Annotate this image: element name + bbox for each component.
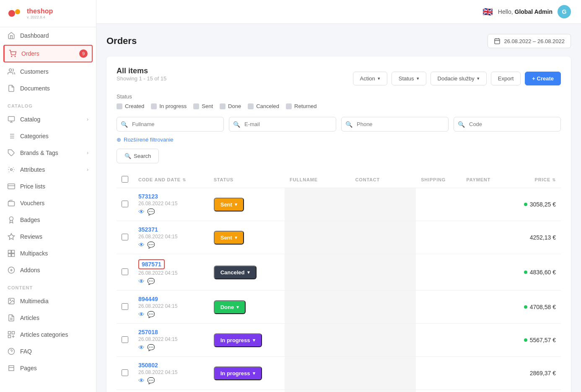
sidebar-item-articles[interactable]: Articles (0, 309, 96, 326)
articles-icon (8, 314, 15, 322)
row-checkbox[interactable] (122, 201, 128, 207)
sidebar-item-orders[interactable]: Orders 9 (3, 45, 93, 62)
row-checkbox-cell (117, 390, 133, 392)
sidebar-item-articles-categories[interactable]: Articles categories (0, 326, 96, 343)
svg-point-3 (15, 56, 16, 57)
order-code-link[interactable]: 987571 (138, 259, 165, 269)
message-icon[interactable]: 💬 (147, 241, 155, 249)
row-shipping-cell (416, 324, 461, 357)
status-badge[interactable]: Canceled ▾ (214, 266, 257, 279)
status-pill-done[interactable]: Done (220, 103, 241, 109)
order-code-link[interactable]: 573123 (138, 193, 158, 200)
email-input[interactable] (229, 117, 336, 132)
content-nav: Multimedia Articles Articles categories … (0, 293, 96, 377)
search-filter-row: 🔍 🔍 🔍 🔍 (117, 117, 561, 132)
row-checkbox[interactable] (122, 234, 128, 240)
action-button[interactable]: Action ▾ (353, 72, 387, 85)
user-avatar[interactable]: G (558, 5, 571, 18)
sidebar-item-vouchers[interactable]: Vouchers (0, 195, 96, 211)
sidebar-label-dashboard: Dashboard (20, 32, 49, 39)
status-badge[interactable]: Sent ▾ (214, 198, 244, 211)
sidebar-item-brands-tags[interactable]: Brands & Tags › (0, 144, 96, 161)
status-button[interactable]: Status ▾ (392, 72, 426, 85)
status-pill-sent[interactable]: Sent (193, 103, 213, 109)
card-title: All items (117, 67, 166, 75)
orders-card: All items Showing 1 - 15 of 15 Action ▾ … (106, 57, 571, 392)
row-checkbox[interactable] (122, 336, 128, 343)
user-greeting: Hello, Global Admin (498, 8, 552, 15)
logo-name: theshop (27, 8, 53, 15)
status-pill-inprogress[interactable]: In progress (151, 103, 187, 109)
row-payment-cell (462, 390, 506, 392)
view-icon[interactable]: 👁 (138, 278, 145, 285)
payment-dot (524, 338, 527, 342)
payment-dot (524, 305, 527, 309)
fullname-input[interactable] (117, 117, 224, 132)
sidebar-item-reviews[interactable]: Reviews (0, 228, 96, 245)
order-code-link[interactable]: 257018 (138, 329, 158, 335)
status-pill-canceled[interactable]: Canceled (248, 103, 279, 109)
language-flag-icon[interactable]: 🇬🇧 (482, 7, 493, 17)
row-contact-cell (350, 390, 416, 392)
chevron-right-icon-3: › (87, 167, 88, 173)
advanced-filter-toggle[interactable]: ⊕ Rozšírené filtrovanie (117, 137, 561, 143)
phone-input[interactable] (341, 117, 449, 132)
status-pill-returned[interactable]: Returned (286, 103, 316, 109)
sidebar-item-pages[interactable]: Pages (0, 360, 96, 377)
price-value: 4836,60 € (530, 269, 556, 276)
sidebar-item-price-lists[interactable]: Price lists (0, 178, 96, 195)
row-checkbox[interactable] (122, 268, 128, 275)
export-button[interactable]: Export (491, 72, 521, 85)
row-checkbox[interactable] (122, 369, 128, 376)
order-code-link[interactable]: 350802 (138, 362, 158, 369)
order-code-link[interactable]: 894449 (138, 296, 158, 302)
sidebar-item-dashboard[interactable]: Dashboard (0, 27, 96, 44)
search-button-label: Search (134, 153, 151, 159)
message-icon[interactable]: 💬 (147, 377, 155, 384)
badges-icon (8, 216, 15, 224)
sidebar-item-categories[interactable]: Categories (0, 128, 96, 144)
dodacie-button[interactable]: Dodacie služby ▾ (431, 72, 487, 85)
view-icon[interactable]: 👁 (138, 344, 145, 351)
order-code-link[interactable]: 352371 (138, 226, 158, 233)
row-price-cell: 4252,13 € (506, 221, 561, 254)
status-badge[interactable]: In progress ▾ (214, 333, 262, 347)
sidebar-label-brands-tags: Brands & Tags (20, 150, 58, 156)
svg-rect-19 (8, 250, 11, 253)
price-value: 2869,37 € (530, 370, 556, 377)
sidebar-item-attributes[interactable]: Attributes › (0, 161, 96, 178)
row-checkbox[interactable] (122, 303, 128, 310)
status-badge[interactable]: Sent ▾ (214, 231, 244, 245)
status-badge[interactable]: Done ▾ (214, 300, 246, 314)
sidebar-item-documents[interactable]: Documents (0, 80, 96, 97)
select-all-checkbox[interactable] (122, 176, 128, 183)
status-badge[interactable]: In progress ▾ (214, 366, 262, 380)
message-icon[interactable]: 💬 (147, 208, 155, 216)
message-icon[interactable]: 💬 (147, 344, 155, 351)
view-icon[interactable]: 👁 (138, 241, 145, 249)
sidebar-item-faq[interactable]: FAQ (0, 343, 96, 360)
svg-marker-18 (8, 234, 15, 240)
message-icon[interactable]: 💬 (147, 311, 155, 318)
sidebar-item-catalog[interactable]: Catalog › (0, 111, 96, 128)
search-button[interactable]: 🔍 Search (117, 149, 159, 163)
svg-rect-30 (8, 332, 11, 334)
sidebar-item-multimedia[interactable]: Multimedia (0, 293, 96, 309)
row-status-cell: Done ▾ (209, 291, 285, 324)
row-checkbox-cell (117, 357, 133, 390)
sidebar-item-customers[interactable]: Customers (0, 63, 96, 80)
sidebar-item-addons[interactable]: Addons (0, 262, 96, 279)
sidebar-item-multipacks[interactable]: Multipacks (0, 245, 96, 262)
create-button[interactable]: + Create (525, 72, 561, 85)
svg-point-27 (10, 299, 10, 300)
date-range-button[interactable]: 26.08.2022 – 26.08.2022 (488, 34, 571, 48)
message-icon[interactable]: 💬 (147, 278, 155, 285)
status-pill-created[interactable]: Created (117, 103, 144, 109)
code-input[interactable] (454, 117, 561, 132)
sidebar-item-badges[interactable]: Badges (0, 211, 96, 228)
view-icon[interactable]: 👁 (138, 311, 145, 318)
svg-rect-14 (8, 184, 15, 189)
view-icon[interactable]: 👁 (138, 208, 145, 216)
view-icon[interactable]: 👁 (138, 377, 145, 384)
row-checkbox-cell (117, 291, 133, 324)
